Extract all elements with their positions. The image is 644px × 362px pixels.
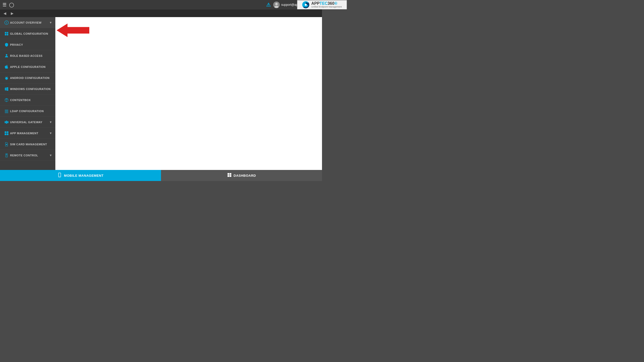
- red-arrow-annotation: [57, 22, 89, 38]
- apple-icon: [3, 65, 10, 69]
- svg-rect-10: [7, 34, 8, 35]
- svg-rect-23: [5, 110, 8, 110]
- sidebar-item-label: ACCOUNT OVERVIEW: [10, 21, 49, 24]
- sidebar-item-universal-gateway[interactable]: UNIVERSAL GATEWAY ▼: [0, 117, 55, 128]
- mobile-icon: [57, 173, 62, 178]
- box-icon: [3, 98, 10, 102]
- shield-icon: [3, 42, 10, 47]
- bottom-tab-label: MOBILE MANAGEMENT: [64, 174, 103, 177]
- chevron-down-icon: ▼: [49, 154, 52, 157]
- sidebar-item-remote-control[interactable]: REMOTE CONTROL ▼: [0, 150, 55, 161]
- gateway-icon: [3, 120, 10, 124]
- svg-rect-35: [7, 133, 9, 135]
- sidebar-item-label: SIM CARD MANAGEMENT: [10, 143, 52, 146]
- svg-point-3: [275, 3, 278, 5]
- sidebar-item-label: CONTENTBOX: [10, 99, 52, 102]
- sidebar-item-app-management[interactable]: APP MANAGEMENT ▼: [0, 128, 55, 139]
- top-bar-center: APPTEC360® Unified Endpoint Management: [297, 0, 322, 9]
- logo-text: APPTEC360® Unified Endpoint Management: [311, 2, 322, 8]
- forward-button[interactable]: ▶: [10, 11, 15, 16]
- apps-icon: [3, 131, 10, 135]
- windows-icon: [3, 87, 10, 91]
- bottom-bar: MOBILE MANAGEMENT DASHBOARD: [0, 170, 322, 181]
- logo-name: APPTEC360®: [311, 2, 322, 6]
- bottom-tab-dashboard[interactable]: DASHBOARD: [161, 170, 322, 181]
- logo-circle-icon: [302, 1, 309, 8]
- sidebar-item-label: GLOBAL CONFIGURATION: [10, 32, 52, 35]
- svg-rect-46: [229, 175, 231, 177]
- svg-text:i: i: [6, 21, 7, 24]
- alert-icon[interactable]: ⚠: [266, 2, 271, 8]
- svg-rect-18: [8, 77, 8, 78]
- list-icon: [3, 109, 10, 113]
- svg-rect-9: [5, 34, 6, 35]
- android-icon: [3, 76, 10, 80]
- svg-rect-8: [7, 32, 8, 33]
- svg-marker-40: [57, 23, 89, 37]
- svg-rect-28: [6, 121, 7, 124]
- chevron-down-icon: ▼: [49, 120, 52, 124]
- bottom-tab-mobile-management[interactable]: MOBILE MANAGEMENT: [0, 170, 161, 181]
- svg-point-11: [6, 54, 7, 56]
- svg-point-39: [6, 156, 7, 156]
- sidebar-item-contentbox[interactable]: CONTENTBOX: [0, 95, 55, 106]
- svg-point-15: [6, 77, 6, 77]
- sidebar-item-privacy[interactable]: PRIVACY: [0, 39, 55, 50]
- logo-subtitle: Unified Endpoint Management: [311, 6, 322, 8]
- sidebar-item-label: WINDOWS CONFIGURATION: [10, 87, 52, 90]
- svg-rect-33: [7, 131, 9, 133]
- svg-rect-26: [5, 113, 8, 113]
- sidebar-item-apple-configuration[interactable]: APPLE CONFIGURATION: [0, 61, 55, 72]
- hamburger-icon[interactable]: ☰: [3, 2, 7, 8]
- svg-rect-38: [6, 154, 7, 155]
- sidebar-item-label: APPLE CONFIGURATION: [10, 65, 52, 68]
- back-button[interactable]: ◀: [3, 11, 7, 16]
- sidebar-item-label: APP MANAGEMENT: [10, 132, 49, 135]
- sidebar-item-label: UNIVERSAL GATEWAY: [10, 121, 49, 124]
- sidebar: i ACCOUNT OVERVIEW ▼ GLOBAL CONFIGURATIO…: [0, 17, 55, 170]
- main-content: [55, 17, 322, 170]
- svg-rect-7: [5, 32, 6, 33]
- sidebar-item-android-configuration[interactable]: ANDROID CONFIGURATION: [0, 72, 55, 83]
- sidebar-item-label: PRIVACY: [10, 43, 52, 46]
- grid-icon: [3, 31, 10, 36]
- clock-icon: ◯: [9, 2, 14, 8]
- top-bar: ☰ ◯ APPTEC360® Unified Endpoint Manageme…: [0, 0, 322, 10]
- dashboard-icon: [227, 173, 232, 178]
- chevron-down-icon: ▼: [49, 131, 52, 135]
- svg-line-14: [7, 76, 8, 77]
- sidebar-item-account-overview[interactable]: i ACCOUNT OVERVIEW ▼: [0, 17, 55, 28]
- svg-point-42: [60, 176, 60, 177]
- svg-rect-19: [6, 79, 7, 80]
- svg-rect-17: [5, 77, 6, 78]
- avatar: [273, 2, 280, 8]
- svg-rect-45: [227, 175, 229, 177]
- sidebar-item-label: REMOTE CONTROL: [10, 154, 49, 157]
- sidebar-item-label: ANDROID CONFIGURATION: [10, 76, 52, 79]
- svg-point-1: [305, 4, 307, 6]
- chevron-down-icon: ▼: [49, 21, 52, 24]
- sidebar-item-role-based-access[interactable]: ROLE BASED ACCESS: [0, 50, 55, 61]
- remote-icon: [3, 153, 10, 158]
- svg-rect-44: [229, 173, 231, 175]
- person-icon: [3, 54, 10, 58]
- svg-rect-25: [5, 112, 8, 112]
- sidebar-item-label: LDAP CONFIGURATION: [10, 110, 52, 113]
- sidebar-item-global-configuration[interactable]: GLOBAL CONFIGURATION: [0, 28, 55, 39]
- main-layout: i ACCOUNT OVERVIEW ▼ GLOBAL CONFIGURATIO…: [0, 17, 322, 170]
- svg-line-13: [6, 76, 6, 77]
- bottom-tab-label: DASHBOARD: [234, 174, 256, 177]
- logo-container: APPTEC360® Unified Endpoint Management: [297, 0, 322, 9]
- svg-rect-36: [6, 144, 7, 145]
- sidebar-item-ldap-configuration[interactable]: LDAP CONFIGURATION: [0, 106, 55, 117]
- sidebar-item-sim-card-management[interactable]: SIM CARD MANAGEMENT: [0, 139, 55, 150]
- svg-rect-34: [5, 133, 7, 135]
- sidebar-item-label: ROLE BASED ACCESS: [10, 54, 52, 57]
- svg-rect-24: [5, 111, 8, 111]
- sim-icon: [3, 142, 10, 147]
- info-icon: i: [3, 20, 10, 25]
- sidebar-item-windows-configuration[interactable]: WINDOWS CONFIGURATION: [0, 83, 55, 95]
- svg-rect-12: [6, 77, 7, 78]
- top-bar-left: ☰ ◯: [3, 2, 14, 8]
- svg-point-16: [7, 77, 7, 77]
